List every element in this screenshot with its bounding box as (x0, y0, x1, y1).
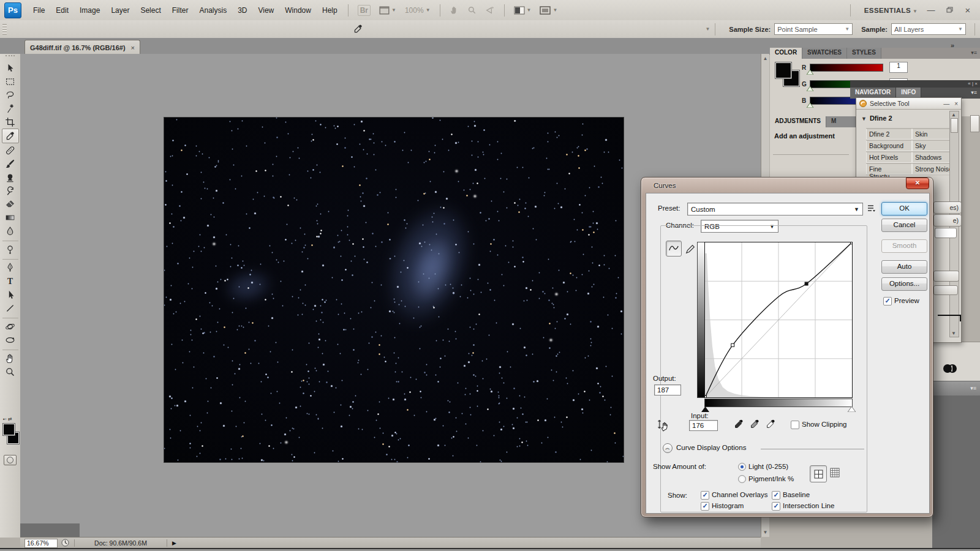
dialog-close-button[interactable]: ✕ (906, 178, 929, 189)
channel-value-field[interactable]: 1 (889, 62, 908, 73)
hand-tool[interactable] (2, 350, 18, 365)
menu-item[interactable]: 3D (232, 6, 252, 15)
collapsed-panel-header[interactable]: ▾≡ (932, 381, 980, 395)
cancel-button[interactable]: Cancel (881, 219, 927, 232)
zoom-level-dropdown[interactable]: 100%▼ (405, 6, 431, 15)
panel-minimize-icon[interactable]: — (943, 100, 949, 107)
tab-adjustments[interactable]: ADJUSTMENTS (770, 116, 826, 127)
menu-item[interactable]: Edit (50, 6, 74, 15)
dock-scrollbar-thumb[interactable] (970, 115, 979, 132)
arrange-documents-icon[interactable]: ▼ (514, 6, 532, 15)
restore-button[interactable] (944, 6, 954, 15)
close-button[interactable]: × (963, 5, 973, 15)
path-selection-tool[interactable] (2, 288, 18, 301)
pigment-radio[interactable]: Pigment/Ink % (738, 475, 794, 483)
clone-stamp-tool[interactable] (2, 170, 18, 184)
scroll-down-icon[interactable]: ▼ (950, 331, 957, 336)
curve-graph[interactable] (704, 242, 853, 398)
selective-tool-titlebar[interactable]: Selective Tool —× (856, 98, 961, 110)
menu-item[interactable]: Help (317, 6, 343, 15)
tab-close-icon[interactable]: × (131, 44, 135, 51)
slider-triangle[interactable] (807, 86, 813, 91)
history-brush-tool[interactable] (2, 184, 18, 197)
panel-menu-icon[interactable]: ▾≡ (968, 88, 980, 99)
smooth-button[interactable]: Smooth (881, 239, 927, 253)
doc-size-status[interactable]: Doc: 90.6M/90.6M (74, 539, 167, 547)
screen-mode-icon[interactable]: ▼ (540, 6, 557, 15)
simple-grid-button[interactable] (810, 465, 827, 482)
collapse-display-options-button[interactable]: ︽ (663, 443, 673, 453)
baseline-checkbox[interactable]: ✓Baseline (772, 491, 810, 500)
white-point-eyedropper[interactable] (765, 419, 776, 431)
table-cell-filter[interactable]: Dfine 2 (866, 129, 912, 140)
options-bar-grip[interactable] (2, 24, 7, 35)
scroll-up-icon[interactable]: ▲ (763, 56, 768, 61)
3d-orbit-tool[interactable] (2, 333, 18, 347)
menu-item[interactable]: Analysis (194, 6, 232, 15)
intersection-line-checkbox[interactable]: ✓Intersection Line (772, 502, 834, 511)
current-tool-eyedropper-icon[interactable] (349, 23, 367, 36)
lasso-tool[interactable] (2, 88, 18, 102)
menu-item[interactable]: File (28, 6, 50, 15)
histogram-checkbox[interactable]: ✓Histogram (701, 502, 744, 511)
workspace-switcher[interactable]: ESSENTIALS ▼ (864, 7, 918, 14)
show-clipping-checkbox[interactable]: Show Clipping (791, 421, 847, 429)
preview-checkbox[interactable]: ✓ Preview (883, 297, 919, 305)
menu-item[interactable]: Select (135, 6, 166, 15)
spot-healing-brush-tool[interactable] (2, 143, 18, 157)
eyedropper-tool[interactable] (2, 129, 19, 143)
tab-styles[interactable]: STYLES (847, 48, 881, 59)
menu-item[interactable]: Layer (105, 6, 135, 15)
channel-gradient-bar[interactable] (810, 64, 883, 72)
menu-item[interactable]: Window (279, 6, 317, 15)
scroll-down-icon[interactable]: ▼ (763, 530, 768, 535)
hand-tool-icon[interactable] (450, 6, 459, 15)
occluded-button-fragment[interactable]: e) (933, 214, 962, 227)
tab-masks[interactable]: M (826, 116, 856, 127)
sample-size-dropdown[interactable]: Point Sample▼ (774, 23, 853, 35)
document-canvas[interactable] (164, 118, 624, 462)
overlapping-circles-icon[interactable] (942, 363, 958, 374)
type-tool[interactable]: T (2, 274, 18, 288)
zoom-tool-icon[interactable] (467, 6, 477, 15)
quick-selection-tool[interactable] (2, 102, 18, 115)
menu-item[interactable]: Filter (167, 6, 194, 15)
black-point-slider[interactable] (701, 407, 709, 412)
dfine-section-header[interactable]: ▼Dfine 2 (861, 114, 892, 122)
detailed-grid-button[interactable] (830, 468, 840, 478)
gray-point-eyedropper[interactable] (749, 419, 760, 431)
blur-tool[interactable] (2, 224, 18, 238)
slider-triangle[interactable] (807, 103, 813, 108)
pen-tool[interactable] (2, 259, 18, 274)
status-expand-icon[interactable]: ▶ (172, 540, 176, 546)
rotate-view-icon[interactable] (485, 6, 495, 15)
output-value-field[interactable]: 187 (654, 384, 681, 395)
black-point-eyedropper[interactable] (733, 419, 744, 431)
tab-color[interactable]: COLOR (770, 48, 802, 59)
3d-rotate-tool[interactable] (2, 318, 18, 333)
brush-tool[interactable] (2, 157, 18, 170)
menu-item[interactable]: Image (74, 6, 105, 15)
bridge-button[interactable]: Br (358, 5, 371, 16)
tool-preset-caret[interactable]: ▼ (705, 26, 710, 32)
light-radio[interactable]: Light (0-255) (738, 463, 788, 471)
table-cell-filter[interactable]: Fine Structu... (866, 163, 912, 174)
menu-item[interactable]: View (252, 6, 279, 15)
scroll-up-icon[interactable]: ▲ (950, 112, 957, 118)
preset-dropdown[interactable]: Custom▼ (687, 203, 863, 216)
minimize-button[interactable]: — (926, 6, 936, 15)
rectangular-marquee-tool[interactable] (2, 75, 18, 88)
tab-swatches[interactable]: SWATCHES (802, 48, 847, 59)
default-colors-icon[interactable]: ▪▫ ⇄ (3, 416, 12, 422)
line-tool[interactable] (2, 301, 18, 315)
sample-dropdown[interactable]: All Layers▼ (891, 23, 966, 35)
move-tool[interactable] (2, 61, 18, 75)
edit-points-tool-button[interactable] (666, 241, 682, 257)
tools-panel-grip[interactable] (6, 55, 15, 60)
table-cell-filter[interactable]: Background (866, 140, 912, 151)
crop-tool[interactable] (2, 115, 18, 129)
view-extras-icon[interactable]: ▼ (379, 6, 396, 15)
channel-overlays-checkbox[interactable]: ✓Channel Overlays (701, 491, 767, 500)
table-cell-filter[interactable]: Hot Pixels (866, 152, 912, 163)
panel-foreground-swatch[interactable] (775, 62, 791, 78)
